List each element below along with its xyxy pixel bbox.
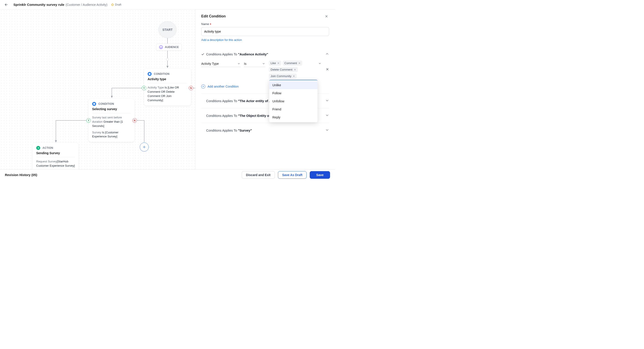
port-yes[interactable]: Y — [142, 86, 146, 90]
tag-like: Like✕ — [269, 60, 281, 66]
close-button[interactable] — [324, 14, 329, 19]
arrow-left-icon — [4, 3, 8, 7]
node-title: Activity type — [148, 77, 188, 81]
action-icon — [36, 146, 40, 150]
panel-title: Edit Condition — [201, 14, 226, 18]
midpoint-socket[interactable] — [166, 58, 169, 61]
dropdown-option-unlike[interactable]: Unlike — [269, 81, 318, 89]
condition-row: Activity Type Is — [201, 60, 329, 79]
node-title: Sending Survey — [36, 151, 75, 155]
section-title: Conditions Applies To "Survey" — [206, 129, 252, 132]
save-button[interactable]: Save — [310, 171, 330, 179]
section-title: Conditions Applies To "Audience Activity… — [206, 52, 268, 56]
field-select[interactable]: Activity Type — [201, 60, 240, 67]
node-title: Selecting survey — [92, 107, 131, 111]
node-body: Request Survey[StarHub Customer Experien… — [36, 157, 75, 169]
plus-circle-icon: + — [201, 84, 205, 88]
chevron-down-icon — [325, 98, 329, 103]
close-icon — [326, 67, 329, 71]
tag-comment: Comment✕ — [283, 60, 302, 66]
node-body: Activity Type Is [Like OR Comment OR Del… — [148, 83, 188, 102]
tag-remove[interactable]: ✕ — [293, 75, 295, 78]
port-no[interactable]: N — [189, 86, 193, 90]
action-node-sending-survey[interactable]: ACTION Sending Survey Request Survey[Sta… — [33, 143, 78, 169]
footer: Revision History (05) Discard and Exit S… — [0, 169, 335, 180]
audience-label: AUDIENCE — [165, 45, 179, 49]
tag-remove[interactable]: ✕ — [294, 68, 296, 71]
chevron-down-icon[interactable] — [318, 62, 321, 65]
field-select-value: Activity Type — [201, 62, 219, 65]
port-no[interactable]: N — [132, 118, 137, 123]
node-type-label: CONDITION — [154, 72, 170, 75]
topbar: Sprinklr Community survey rule (Customer… — [0, 0, 335, 9]
check-icon — [201, 53, 204, 56]
start-label: START — [162, 28, 173, 31]
required-indicator-icon — [210, 23, 211, 24]
dropdown-option-friend[interactable]: Friend — [269, 105, 318, 113]
svg-rect-6 — [93, 103, 95, 105]
rule-subtitle: (Customer / Audience Activity) — [66, 3, 108, 6]
canvas[interactable]: START AUDIENCE CONDITION Activity — [0, 9, 196, 169]
value-dropdown: Unlike Follow Unfollow Friend Reply — [269, 80, 318, 122]
close-icon — [325, 14, 328, 18]
condition-name-input[interactable] — [201, 27, 329, 36]
main: START AUDIENCE CONDITION Activity — [0, 9, 335, 169]
add-description-link[interactable]: Add a description for this action — [201, 38, 242, 41]
dropdown-option-unfollow[interactable]: Unfollow — [269, 97, 318, 105]
cond2-row2-key: Survey — [92, 131, 101, 134]
discard-button[interactable]: Discard and Exit — [242, 171, 275, 179]
action-row1-key: Request Survey — [36, 160, 57, 163]
tag-delete-comment: Delete Comment✕ — [269, 67, 298, 72]
name-label: Name — [201, 22, 329, 26]
chevron-down-icon — [237, 62, 240, 65]
node-type-label: CONDITION — [98, 102, 114, 105]
condition-icon — [148, 72, 152, 76]
add-node-button[interactable] — [140, 143, 149, 151]
chevron-down-icon — [325, 113, 329, 118]
condition-node-activity-type[interactable]: CONDITION Activity type Activity Type Is… — [144, 69, 191, 105]
condition-node-selecting-survey[interactable]: CONDITION Selecting survey Survey last s… — [88, 99, 134, 142]
condition-icon — [92, 102, 96, 106]
svg-rect-5 — [148, 73, 151, 75]
dropdown-option-follow[interactable]: Follow — [269, 89, 318, 97]
node-body: Survey last sent before duration Greater… — [92, 113, 131, 139]
start-node[interactable]: START — [158, 21, 176, 38]
cond-key: Activity Type — [148, 86, 164, 89]
remove-row-button[interactable] — [326, 67, 329, 72]
chevron-down-icon — [325, 128, 329, 133]
back-button[interactable] — [4, 2, 9, 7]
operator-select[interactable]: Is — [244, 60, 265, 67]
dropdown-option-reply[interactable]: Reply — [269, 113, 318, 121]
plus-icon — [142, 145, 146, 149]
revision-history-link[interactable]: Revision History (05) — [5, 173, 37, 177]
value-multiselect[interactable]: Like✕ Comment✕ Delete Comment✕ Join Comm… — [269, 60, 317, 79]
chevron-up-icon — [325, 52, 329, 56]
rule-title: Sprinklr Community survey rule — [14, 3, 64, 6]
section-header-survey[interactable]: Conditions Applies To "Survey" — [201, 128, 329, 133]
operator-value: Is — [244, 62, 246, 65]
tag-remove[interactable]: ✕ — [298, 62, 300, 65]
audience-icon — [159, 45, 163, 49]
save-as-draft-button[interactable]: Save As Draft — [278, 171, 307, 179]
section-header-audience-activity[interactable]: Conditions Applies To "Audience Activity… — [201, 52, 329, 56]
chevron-down-icon — [262, 62, 265, 65]
status-text: Draft — [115, 3, 121, 6]
tag-remove[interactable]: ✕ — [277, 62, 280, 65]
tag-join-community: Join Community✕ — [269, 73, 297, 79]
status-dot-icon — [111, 3, 114, 6]
port-yes[interactable]: Y — [86, 118, 91, 123]
edit-condition-panel: Edit Condition Name Add a description fo… — [196, 9, 335, 169]
status-chip: Draft — [111, 3, 121, 6]
node-type-label: ACTION — [42, 146, 53, 149]
audience-chip[interactable]: AUDIENCE — [156, 43, 182, 51]
